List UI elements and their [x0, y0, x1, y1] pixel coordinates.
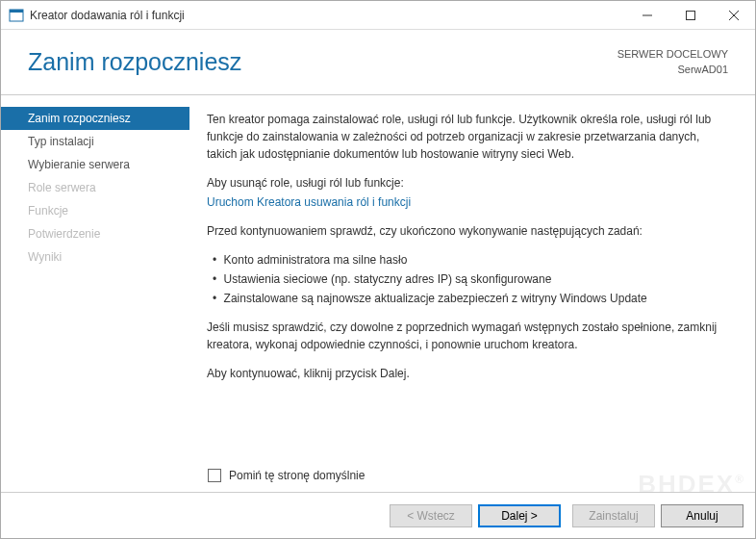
window-title: Kreator dodawania ról i funkcji — [30, 9, 185, 22]
maximize-button[interactable] — [668, 1, 712, 29]
nav-server-roles: Role serwera — [1, 176, 189, 199]
svg-rect-1 — [10, 10, 23, 13]
destination-label: SERWER DOCELOWY — [617, 47, 728, 62]
wizard-body: Zanim rozpoczniesz Typ instalacji Wybier… — [1, 95, 755, 492]
wizard-header: Zanim rozpoczniesz SERWER DOCELOWY SerwA… — [1, 30, 755, 95]
titlebar: Kreator dodawania ról i funkcji — [1, 1, 755, 30]
remove-roles-label: Aby usunąć role, usługi ról lub funkcje: — [207, 174, 728, 192]
skip-page-label: Pomiń tę stronę domyślnie — [229, 469, 365, 482]
wizard-footer: < Wstecz Dalej > Zainstaluj Anuluj — [1, 492, 755, 538]
verify-note: Jeśli musisz sprawdzić, czy dowolne z po… — [207, 319, 728, 353]
prereq-list: Konto administratora ma silne hasło Usta… — [213, 251, 728, 307]
wizard-nav: Zanim rozpoczniesz Typ instalacji Wybier… — [1, 95, 189, 492]
skip-page-checkbox[interactable] — [208, 469, 221, 482]
nav-before-you-begin[interactable]: Zanim rozpoczniesz — [1, 107, 189, 130]
nav-server-selection[interactable]: Wybieranie serwera — [1, 153, 189, 176]
svg-rect-3 — [686, 11, 694, 19]
close-button[interactable] — [712, 1, 755, 29]
back-button: < Wstecz — [390, 504, 472, 527]
install-button: Zainstaluj — [572, 504, 655, 527]
prereq-item: Zainstalowane są najnowsze aktualizacje … — [213, 290, 728, 307]
wizard-content: Ten kreator pomaga zainstalować role, us… — [189, 95, 755, 492]
page-title: Zanim rozpoczniesz — [28, 48, 241, 76]
prereq-label: Przed kontynuowaniem sprawdź, czy ukończ… — [207, 222, 728, 240]
minimize-button[interactable] — [625, 1, 668, 29]
cancel-button[interactable]: Anuluj — [661, 504, 743, 527]
nav-results: Wyniki — [1, 245, 189, 269]
next-button[interactable]: Dalej > — [478, 504, 561, 527]
nav-features: Funkcje — [1, 199, 189, 222]
prereq-item: Konto administratora ma silne hasło — [213, 251, 728, 269]
skip-page-row[interactable]: Pomiń tę stronę domyślnie — [208, 469, 365, 482]
destination-server-info: SERWER DOCELOWY SerwAD01 — [617, 47, 728, 77]
continue-note: Aby kontynuować, kliknij przycisk Dalej. — [207, 365, 728, 382]
remove-roles-link[interactable]: Uruchom Kreatora usuwania ról i funkcji — [207, 195, 411, 209]
app-icon — [9, 8, 24, 23]
intro-text: Ten kreator pomaga zainstalować role, us… — [207, 111, 728, 163]
nav-installation-type[interactable]: Typ instalacji — [1, 130, 189, 153]
destination-server-name: SerwAD01 — [617, 63, 728, 77]
prereq-item: Ustawienia sieciowe (np. statyczny adres… — [213, 270, 728, 288]
window-controls — [625, 1, 755, 29]
nav-confirmation: Potwierdzenie — [1, 222, 189, 245]
